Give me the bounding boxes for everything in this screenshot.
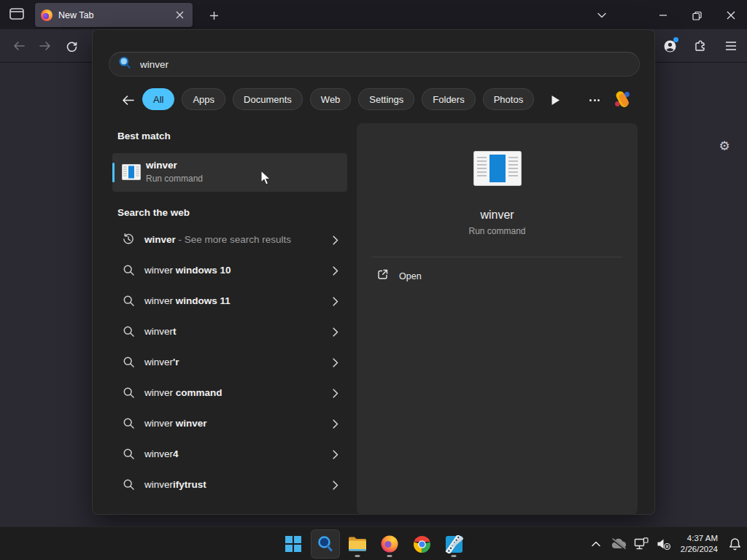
suggestion-text: winvert [144,326,177,337]
filter-pill-web[interactable]: Web [310,88,352,110]
best-match-item[interactable]: winver Run command [112,153,347,192]
taskbar-firefox-button[interactable] [375,529,404,559]
filter-pill-apps[interactable]: Apps [182,88,225,110]
best-match-subtitle: Run command [146,174,203,184]
filter-pill-photos[interactable]: Photos [483,88,534,110]
insert-suggestion-chevron-icon[interactable] [333,235,338,248]
web-suggestion-row[interactable]: winvert [112,316,347,346]
search-icon [122,417,135,429]
chrome-icon [413,535,431,553]
running-indicator [452,555,457,557]
open-label: Open [399,271,422,281]
taskbar-start-button[interactable] [279,529,308,559]
running-indicator [387,555,392,557]
account-button[interactable] [659,36,680,56]
back-button[interactable] [9,36,29,55]
firefox-view-button[interactable] [7,8,26,23]
taskbar: 4:37 AM 2/26/2024 [0,526,747,560]
suggestion-text: winver'r [144,357,179,368]
detail-title: winver [480,209,514,222]
newtab-settings-gear-icon[interactable]: ⚙ [716,139,732,155]
results-column: Best match winver Run command Search the… [112,131,347,499]
hidden-icons-chevron[interactable] [588,533,604,555]
search-icon [122,386,135,399]
web-suggestion-row[interactable]: winver'r [112,346,347,377]
insert-suggestion-chevron-icon[interactable] [333,480,338,493]
taskbar-video-editor-button[interactable] [439,529,468,559]
reload-button[interactable] [61,36,82,55]
web-suggestion-row[interactable]: winver windows 11 [112,285,347,316]
open-action[interactable]: Open [376,268,422,284]
firefox-view-icon [9,8,24,23]
browser-tab[interactable]: New Tab [35,3,193,27]
filter-row: AllAppsDocumentsWebSettingsFoldersPhotos [93,88,656,112]
clock-date: 2/26/2024 [681,544,718,555]
web-suggestion-row[interactable]: winver - See more search results [112,224,347,254]
taskbar-search-button[interactable] [311,529,340,559]
insert-suggestion-chevron-icon[interactable] [333,265,338,279]
search-icon [122,325,135,338]
menu-button[interactable] [721,36,741,56]
extensions-icon[interactable] [690,36,711,56]
tab-close-icon[interactable] [172,8,187,23]
notifications-bell-icon[interactable] [727,533,743,555]
mouse-cursor [260,170,274,189]
insert-suggestion-chevron-icon[interactable] [333,296,338,309]
window-minimize-button[interactable] [651,6,676,25]
tab-title: New Tab [58,10,166,20]
search-icon [122,264,135,276]
suggestion-text: winver winver [144,418,207,429]
search-icon [122,448,135,460]
filter-pill-documents[interactable]: Documents [233,88,303,110]
play-button[interactable] [546,91,564,109]
search-icon [122,295,135,307]
insert-suggestion-chevron-icon[interactable] [333,419,338,432]
forward-button[interactable] [35,36,55,55]
search-back-button[interactable] [119,91,136,109]
insert-suggestion-chevron-icon[interactable] [333,357,338,370]
system-tray: 4:37 AM 2/26/2024 [588,527,743,560]
taskbar-clock[interactable]: 4:37 AM 2/26/2024 [678,533,720,555]
list-all-tabs-button[interactable] [592,7,611,23]
best-match-title: winver [146,160,177,171]
web-suggestion-row[interactable]: winver windows 10 [112,254,347,285]
insert-suggestion-chevron-icon[interactable] [333,327,338,340]
clock-time: 4:37 AM [681,533,718,544]
web-suggestion-row[interactable]: winverifytrust [112,469,347,499]
network-ethernet-icon[interactable] [633,533,649,555]
start-icon [285,535,302,553]
firefox-logo-icon [41,9,53,21]
open-external-icon [376,268,389,284]
search-box-icon [118,56,131,72]
search-icon [122,356,135,368]
window-restore-button[interactable] [684,6,709,25]
account-notification-dot [673,37,678,42]
taskbar-file-explorer-button[interactable] [343,529,372,559]
search-box[interactable] [109,52,640,77]
window-close-button[interactable] [719,6,743,25]
new-tab-button[interactable] [204,6,223,25]
browser-titlebar: New Tab [0,0,747,29]
windows-search-flyout: AllAppsDocumentsWebSettingsFoldersPhotos… [92,29,655,515]
filter-pill-settings[interactable]: Settings [358,88,414,110]
filter-pill-folders[interactable]: Folders [422,88,475,110]
onedrive-paused-icon[interactable] [611,533,627,555]
volume-muted-icon[interactable] [656,533,672,555]
web-suggestion-row[interactable]: winver4 [112,438,347,469]
insert-suggestion-chevron-icon[interactable] [333,388,338,401]
more-options-button[interactable] [586,91,603,109]
selection-accent-bar [112,163,115,182]
winver-app-icon [122,164,141,183]
video-editor-icon [445,535,463,553]
search-input[interactable] [140,59,630,70]
copilot-icon[interactable] [612,89,632,109]
suggestion-text: winver windows 10 [144,265,231,276]
filter-pill-all[interactable]: All [142,88,174,110]
web-suggestion-row[interactable]: winver command [112,377,347,408]
insert-suggestion-chevron-icon[interactable] [333,449,338,462]
winver-app-icon-large [473,151,522,189]
suggestion-text: winverifytrust [144,479,206,490]
file-explorer-icon [348,536,367,552]
web-suggestion-row[interactable]: winver winver [112,408,347,438]
taskbar-chrome-button[interactable] [407,529,436,559]
